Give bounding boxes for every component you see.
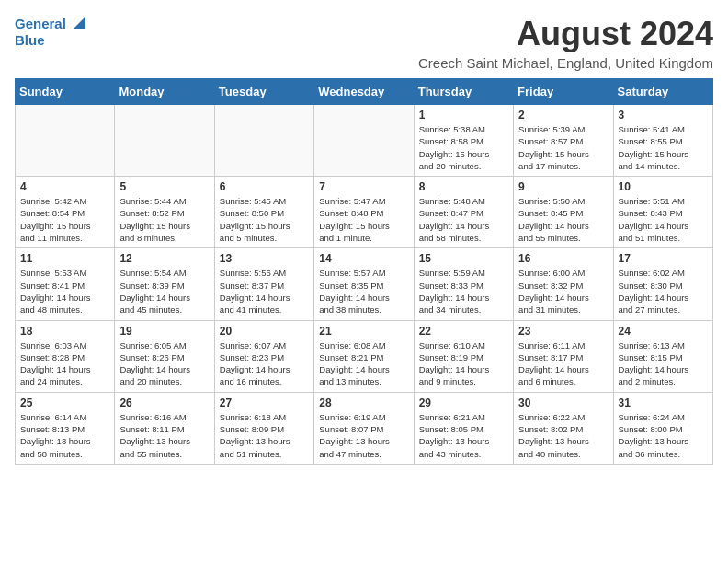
day-number: 1 xyxy=(419,109,508,121)
day-number: 24 xyxy=(619,325,708,338)
header-saturday: Saturday xyxy=(613,79,712,105)
calendar-cell: 26Sunrise: 6:16 AM Sunset: 8:11 PM Dayli… xyxy=(115,392,214,464)
day-number: 5 xyxy=(119,180,209,193)
calendar-week-3: 11Sunrise: 5:53 AM Sunset: 8:41 PM Dayli… xyxy=(16,248,713,320)
day-info: Sunrise: 5:56 AM Sunset: 8:37 PM Dayligh… xyxy=(220,267,309,316)
calendar-week-2: 4Sunrise: 5:42 AM Sunset: 8:54 PM Daylig… xyxy=(16,177,713,248)
day-number: 25 xyxy=(20,396,109,409)
day-info: Sunrise: 6:24 AM Sunset: 8:00 PM Dayligh… xyxy=(619,411,708,460)
day-info: Sunrise: 5:59 AM Sunset: 8:33 PM Dayligh… xyxy=(419,267,508,316)
calendar-cell: 8Sunrise: 5:48 AM Sunset: 8:47 PM Daylig… xyxy=(414,177,513,248)
day-info: Sunrise: 5:48 AM Sunset: 8:47 PM Dayligh… xyxy=(419,195,508,244)
calendar-cell xyxy=(16,105,115,177)
day-info: Sunrise: 6:08 AM Sunset: 8:21 PM Dayligh… xyxy=(319,339,408,388)
day-info: Sunrise: 5:53 AM Sunset: 8:41 PM Dayligh… xyxy=(20,267,109,316)
day-number: 29 xyxy=(419,396,508,409)
calendar-cell: 14Sunrise: 5:57 AM Sunset: 8:35 PM Dayli… xyxy=(314,248,414,320)
calendar-cell: 15Sunrise: 5:59 AM Sunset: 8:33 PM Dayli… xyxy=(414,248,513,320)
day-info: Sunrise: 5:45 AM Sunset: 8:50 PM Dayligh… xyxy=(220,195,309,244)
calendar-cell: 29Sunrise: 6:21 AM Sunset: 8:05 PM Dayli… xyxy=(414,392,513,464)
calendar-cell: 22Sunrise: 6:10 AM Sunset: 8:19 PM Dayli… xyxy=(414,320,513,392)
calendar-cell xyxy=(115,105,214,177)
calendar-cell: 6Sunrise: 5:45 AM Sunset: 8:50 PM Daylig… xyxy=(214,177,313,248)
calendar: SundayMondayTuesdayWednesdayThursdayFrid… xyxy=(15,78,713,465)
calendar-cell: 20Sunrise: 6:07 AM Sunset: 8:23 PM Dayli… xyxy=(214,320,313,392)
header-sunday: Sunday xyxy=(16,79,115,105)
calendar-cell: 18Sunrise: 6:03 AM Sunset: 8:28 PM Dayli… xyxy=(16,320,115,392)
day-number: 14 xyxy=(319,252,408,265)
day-number: 3 xyxy=(619,109,708,121)
calendar-cell: 13Sunrise: 5:56 AM Sunset: 8:37 PM Dayli… xyxy=(214,248,313,320)
header-wednesday: Wednesday xyxy=(314,79,414,105)
day-info: Sunrise: 5:54 AM Sunset: 8:39 PM Dayligh… xyxy=(119,267,209,316)
day-info: Sunrise: 6:10 AM Sunset: 8:19 PM Dayligh… xyxy=(419,339,508,388)
day-info: Sunrise: 5:44 AM Sunset: 8:52 PM Dayligh… xyxy=(119,195,209,244)
day-number: 11 xyxy=(20,252,109,265)
calendar-cell: 4Sunrise: 5:42 AM Sunset: 8:54 PM Daylig… xyxy=(16,177,115,248)
day-info: Sunrise: 6:00 AM Sunset: 8:32 PM Dayligh… xyxy=(518,267,608,316)
header-thursday: Thursday xyxy=(414,79,513,105)
day-number: 13 xyxy=(220,252,309,265)
calendar-cell: 9Sunrise: 5:50 AM Sunset: 8:45 PM Daylig… xyxy=(514,177,613,248)
subtitle: Creech Saint Michael, England, United Ki… xyxy=(418,55,713,71)
calendar-cell: 19Sunrise: 6:05 AM Sunset: 8:26 PM Dayli… xyxy=(115,320,214,392)
day-number: 31 xyxy=(619,396,708,409)
day-number: 16 xyxy=(518,252,608,265)
header-friday: Friday xyxy=(514,79,613,105)
day-info: Sunrise: 5:51 AM Sunset: 8:43 PM Dayligh… xyxy=(619,195,708,244)
day-info: Sunrise: 5:38 AM Sunset: 8:58 PM Dayligh… xyxy=(419,123,508,172)
day-info: Sunrise: 6:11 AM Sunset: 8:17 PM Dayligh… xyxy=(518,339,608,388)
calendar-cell: 21Sunrise: 6:08 AM Sunset: 8:21 PM Dayli… xyxy=(314,320,414,392)
calendar-cell: 11Sunrise: 5:53 AM Sunset: 8:41 PM Dayli… xyxy=(16,248,115,320)
main-title: August 2024 xyxy=(418,15,713,53)
day-info: Sunrise: 5:41 AM Sunset: 8:55 PM Dayligh… xyxy=(619,123,708,172)
header: General Blue August 2024 Creech Saint Mi… xyxy=(15,15,713,71)
svg-marker-0 xyxy=(73,17,85,29)
day-info: Sunrise: 5:57 AM Sunset: 8:35 PM Dayligh… xyxy=(319,267,408,316)
calendar-cell: 12Sunrise: 5:54 AM Sunset: 8:39 PM Dayli… xyxy=(115,248,214,320)
day-info: Sunrise: 6:07 AM Sunset: 8:23 PM Dayligh… xyxy=(220,339,309,388)
day-info: Sunrise: 5:50 AM Sunset: 8:45 PM Dayligh… xyxy=(518,195,608,244)
day-info: Sunrise: 5:39 AM Sunset: 8:57 PM Dayligh… xyxy=(518,123,608,172)
header-tuesday: Tuesday xyxy=(214,79,313,105)
day-number: 4 xyxy=(20,180,109,193)
calendar-cell: 2Sunrise: 5:39 AM Sunset: 8:57 PM Daylig… xyxy=(514,105,613,177)
calendar-cell: 3Sunrise: 5:41 AM Sunset: 8:55 PM Daylig… xyxy=(613,105,712,177)
logo-icon xyxy=(69,13,85,29)
calendar-cell: 30Sunrise: 6:22 AM Sunset: 8:02 PM Dayli… xyxy=(514,392,613,464)
logo-text-general: General xyxy=(15,17,66,32)
day-number: 8 xyxy=(419,180,508,193)
calendar-cell: 10Sunrise: 5:51 AM Sunset: 8:43 PM Dayli… xyxy=(613,177,712,248)
calendar-header-row: SundayMondayTuesdayWednesdayThursdayFrid… xyxy=(16,79,713,105)
calendar-cell xyxy=(214,105,313,177)
day-number: 30 xyxy=(518,396,608,409)
day-number: 19 xyxy=(119,325,209,338)
calendar-cell: 17Sunrise: 6:02 AM Sunset: 8:30 PM Dayli… xyxy=(613,248,712,320)
day-number: 23 xyxy=(518,325,608,338)
day-info: Sunrise: 5:47 AM Sunset: 8:48 PM Dayligh… xyxy=(319,195,408,244)
calendar-cell: 27Sunrise: 6:18 AM Sunset: 8:09 PM Dayli… xyxy=(214,392,313,464)
day-number: 12 xyxy=(119,252,209,265)
day-number: 6 xyxy=(220,180,309,193)
day-number: 10 xyxy=(619,180,708,193)
day-info: Sunrise: 6:02 AM Sunset: 8:30 PM Dayligh… xyxy=(619,267,708,316)
calendar-week-1: 1Sunrise: 5:38 AM Sunset: 8:58 PM Daylig… xyxy=(16,105,713,177)
day-info: Sunrise: 6:13 AM Sunset: 8:15 PM Dayligh… xyxy=(619,339,708,388)
day-info: Sunrise: 6:19 AM Sunset: 8:07 PM Dayligh… xyxy=(319,411,408,460)
calendar-cell xyxy=(314,105,414,177)
title-area: August 2024 Creech Saint Michael, Englan… xyxy=(418,15,713,71)
calendar-cell: 28Sunrise: 6:19 AM Sunset: 8:07 PM Dayli… xyxy=(314,392,414,464)
day-number: 28 xyxy=(319,396,408,409)
calendar-cell: 31Sunrise: 6:24 AM Sunset: 8:00 PM Dayli… xyxy=(613,392,712,464)
day-number: 9 xyxy=(518,180,608,193)
day-info: Sunrise: 6:21 AM Sunset: 8:05 PM Dayligh… xyxy=(419,411,508,460)
day-number: 21 xyxy=(319,325,408,338)
logo: General Blue xyxy=(15,15,85,49)
calendar-cell: 7Sunrise: 5:47 AM Sunset: 8:48 PM Daylig… xyxy=(314,177,414,248)
day-info: Sunrise: 6:14 AM Sunset: 8:13 PM Dayligh… xyxy=(20,411,109,460)
calendar-cell: 5Sunrise: 5:44 AM Sunset: 8:52 PM Daylig… xyxy=(115,177,214,248)
day-number: 17 xyxy=(619,252,708,265)
calendar-cell: 24Sunrise: 6:13 AM Sunset: 8:15 PM Dayli… xyxy=(613,320,712,392)
calendar-cell: 25Sunrise: 6:14 AM Sunset: 8:13 PM Dayli… xyxy=(16,392,115,464)
day-number: 22 xyxy=(419,325,508,338)
